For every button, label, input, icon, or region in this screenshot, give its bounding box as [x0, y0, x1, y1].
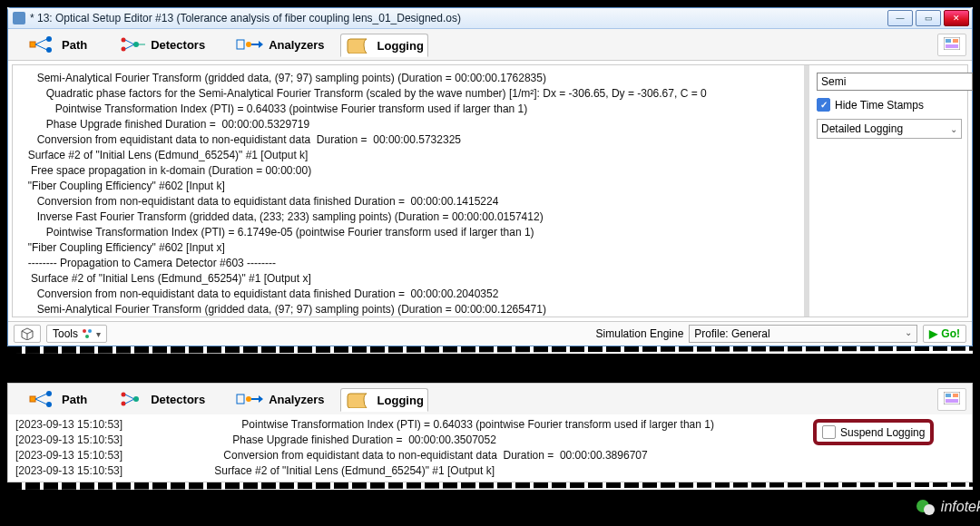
layout-button[interactable] — [937, 34, 966, 56]
log-sidebar: ✕ → ✓ Hide Time Stamps Detailed Logging … — [811, 65, 967, 317]
profile-value: Profile: General — [694, 327, 769, 340]
svg-point-36 — [924, 504, 935, 515]
analyzers-icon — [236, 391, 263, 407]
log-line: "Fiber Coupling Efficiency" #602 [Input … — [22, 179, 802, 194]
profile-select[interactable]: Profile: General ⌄ — [689, 325, 917, 343]
message-column: Pointwise Transformation Index (PTI) = 0… — [186, 414, 808, 482]
svg-line-20 — [35, 394, 47, 399]
svg-rect-10 — [237, 40, 244, 49]
search-input[interactable] — [817, 73, 973, 91]
maximize-button[interactable]: ▭ — [916, 10, 941, 26]
svg-rect-32 — [946, 394, 951, 397]
tab-path[interactable]: Path — [14, 385, 103, 414]
wechat-icon — [915, 497, 936, 519]
log-line: Inverse Fast Fourier Transform (gridded … — [22, 209, 802, 225]
svg-line-21 — [35, 399, 47, 404]
svg-point-6 — [122, 47, 126, 52]
minimize-button[interactable]: — — [887, 10, 913, 26]
log-line: Surface #2 of "Initial Lens (Edmund_6525… — [22, 271, 802, 287]
main-tabbar: Path Detectors Analyzers Logging — [8, 29, 972, 61]
log-line: Surface #2 of "Initial Lens (Edmund_6525… — [22, 148, 802, 163]
logging-level-value: Detailed Logging — [821, 122, 903, 135]
svg-rect-0 — [30, 42, 35, 47]
timestamp: [2023-09-13 15:10:53] — [15, 417, 179, 433]
tab-detectors[interactable]: Detectors — [103, 385, 220, 414]
logging-icon — [345, 392, 372, 408]
tools-dropdown[interactable]: Tools ▾ — [46, 325, 107, 343]
timestamp: [2023-09-13 15:10:53] — [15, 463, 179, 479]
svg-point-3 — [46, 36, 52, 42]
tab-detectors[interactable]: Detectors — [103, 30, 220, 59]
log-line: Conversion from equidistant data to non-… — [22, 132, 802, 148]
tab-logging-label: Logging — [377, 394, 424, 407]
svg-point-24 — [122, 393, 126, 397]
torn-edge — [7, 346, 973, 354]
svg-point-11 — [246, 42, 251, 47]
lower-log-panel: [2023-09-13 15:10:53] [2023-09-13 15:10:… — [7, 414, 973, 482]
chevron-down-icon: ⌄ — [950, 124, 957, 134]
svg-rect-29 — [237, 394, 244, 404]
tab-logging-label: Logging — [377, 39, 424, 53]
log-line: Pointwise Transformation Index (PTI) = 0… — [22, 102, 802, 117]
app-icon — [13, 12, 25, 24]
tab-analyzers-label: Analyzers — [269, 38, 324, 52]
tab-path[interactable]: Path — [14, 30, 103, 59]
suspend-logging-checkbox[interactable]: ✓ Suspend Logging — [822, 425, 925, 439]
log-line: Surface #2 of "Initial Lens (Edmund_6525… — [193, 463, 801, 479]
optical-setup-editor-window: * 13: Optical Setup Editor #13 (Toleranc… — [7, 7, 973, 346]
log-text[interactable]: Semi-Analytical Fourier Transform (gridd… — [13, 65, 811, 317]
log-line: Pointwise Transformation Index (PTI) = 0… — [193, 417, 801, 433]
detectors-icon — [118, 36, 145, 53]
cube-icon — [20, 327, 34, 340]
layout-button[interactable] — [937, 388, 966, 411]
log-line: -------- Propagation to Camera Detector … — [22, 256, 802, 271]
tab-logging[interactable]: Logging — [340, 34, 428, 57]
hide-timestamps-checkbox[interactable]: ✓ Hide Time Stamps — [817, 98, 962, 112]
detectors-icon — [118, 391, 145, 407]
logging-icon — [345, 37, 372, 54]
tools-label: Tools — [53, 327, 78, 340]
logging-level-select[interactable]: Detailed Logging ⌄ — [817, 119, 962, 139]
tab-logging[interactable]: Logging — [340, 388, 428, 412]
simulation-engine-label: Simulation Engine — [596, 327, 684, 340]
hide-timestamps-label: Hide Time Stamps — [835, 99, 924, 112]
layout-icon — [944, 37, 960, 50]
svg-point-23 — [46, 402, 52, 407]
svg-point-35 — [916, 500, 929, 512]
check-icon: ✓ — [817, 98, 830, 112]
svg-point-5 — [122, 38, 126, 43]
svg-rect-13 — [946, 39, 951, 43]
svg-line-27 — [125, 399, 134, 404]
log-line: Semi-Analytical Fourier Transform (gridd… — [22, 302, 802, 317]
clear-search-button[interactable]: ✕ — [976, 73, 980, 91]
tools-icon — [82, 328, 93, 339]
suspend-logging-label: Suspend Logging — [840, 426, 925, 439]
path-icon — [29, 36, 56, 53]
chevron-down-icon: ▾ — [96, 329, 101, 339]
scrollbar[interactable] — [804, 65, 809, 317]
log-line: Conversion from equidistant data to non-… — [193, 448, 801, 463]
svg-point-22 — [46, 391, 52, 396]
log-line: "Fiber Coupling Efficiency" #602 [Input … — [22, 240, 802, 256]
svg-point-30 — [246, 396, 251, 402]
log-line: Conversion from non-equidistant data to … — [22, 194, 802, 209]
perspective-button[interactable] — [14, 325, 41, 343]
tab-detectors-label: Detectors — [151, 393, 205, 406]
tab-analyzers[interactable]: Analyzers — [220, 30, 339, 59]
log-line: Quadratic phase factors for the Semi-Ana… — [22, 86, 802, 102]
close-button[interactable]: ✕ — [944, 10, 969, 26]
chevron-down-icon: ⌄ — [905, 327, 912, 340]
go-button[interactable]: ▶ Go! — [923, 325, 966, 343]
svg-point-18 — [85, 335, 89, 338]
svg-line-8 — [125, 44, 134, 49]
log-line: Semi-Analytical Fourier Transform (gridd… — [22, 71, 802, 86]
tab-path-label: Path — [62, 393, 87, 406]
torn-edge — [7, 482, 973, 490]
analyzers-icon — [236, 36, 263, 53]
svg-line-2 — [35, 44, 47, 50]
layout-icon — [944, 392, 960, 404]
svg-point-4 — [46, 47, 52, 53]
log-line: Phase Upgrade finished Duration = 00:00:… — [193, 433, 801, 448]
play-icon: ▶ — [929, 327, 937, 340]
tab-analyzers[interactable]: Analyzers — [220, 385, 339, 414]
